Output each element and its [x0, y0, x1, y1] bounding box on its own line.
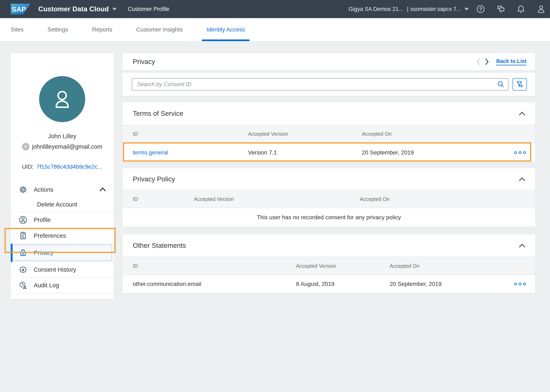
account-dropdown-caret-icon[interactable] — [464, 8, 469, 10]
accepted-version-value: 8 August, 2019 — [296, 281, 335, 287]
search-card — [122, 73, 535, 96]
email-row: V johnlilleyemail@gmail.com — [11, 143, 114, 150]
column-accepted-on: Accepted On — [360, 196, 390, 202]
consent-badge-icon — [19, 265, 28, 274]
privacy-policy-section: Privacy Policy ID Accepted Version Accep… — [122, 168, 535, 227]
sidebar-item-label: Actions — [34, 186, 53, 193]
uid-row: UID:7f15c786c43d4b9c9e2c... — [11, 163, 114, 170]
add-filter-button[interactable] — [513, 78, 527, 91]
accepted-on-value: 20 September, 2019 — [390, 281, 442, 287]
product-title[interactable]: Customer Data Cloud — [38, 5, 109, 13]
collapse-chevron-up-icon[interactable] — [517, 241, 527, 250]
user-name: John Lilley — [11, 133, 114, 140]
tab-customer-insights[interactable]: Customer Insights — [136, 18, 183, 41]
collapse-chevron-up-icon[interactable] — [517, 109, 527, 118]
row-overflow-menu-icon[interactable] — [514, 151, 526, 154]
svg-text:?: ? — [479, 6, 482, 12]
account-separator: | — [407, 6, 408, 12]
other-statements-section: Other Statements ID Accepted Version Acc… — [122, 234, 535, 293]
account-name[interactable]: Gigya SA Demos 21... — [349, 6, 403, 12]
user-icon[interactable] — [536, 4, 546, 14]
tab-settings[interactable]: Settings — [47, 18, 68, 41]
search-input[interactable] — [132, 78, 508, 91]
chat-icon[interactable] — [496, 4, 506, 14]
sidebar-item-consent-history[interactable]: Consent History — [11, 262, 114, 277]
tab-sites[interactable]: Sites — [11, 18, 23, 41]
shell-header: SAP Customer Data Cloud Customer Profile… — [0, 0, 550, 18]
user-sidebar: John Lilley V johnlilleyemail@gmail.com … — [11, 53, 114, 299]
collapse-chevron-up-icon[interactable] — [517, 175, 527, 184]
tab-identity-access[interactable]: Identity Access — [207, 18, 245, 41]
sidebar-item-profile[interactable]: Profile — [11, 212, 114, 228]
sidebar-item-label: Profile — [34, 217, 51, 223]
table-header: ID Accepted Version Accepted On — [122, 257, 535, 275]
chevron-right-icon[interactable] — [483, 58, 491, 66]
help-icon[interactable]: ? — [476, 4, 485, 14]
sidebar-item-preferences[interactable]: Preferences — [11, 228, 114, 244]
consent-id-value: other.communication.email — [133, 281, 201, 287]
back-to-list-link[interactable]: Back to List — [496, 58, 527, 65]
table-row: terms.general Version 7.1 20 September, … — [122, 143, 535, 162]
uid-link[interactable]: 7f15c786c43d4b9c9e2c... — [36, 163, 102, 170]
sidebar-item-audit-log[interactable]: Audit Log — [11, 277, 114, 294]
tab-reports[interactable]: Reports — [92, 18, 112, 41]
privacy-header-card: Privacy Back to List — [122, 53, 535, 70]
page-title: Privacy — [133, 58, 155, 66]
avatar — [39, 76, 85, 122]
search-icon[interactable] — [497, 80, 505, 88]
chevron-up-icon[interactable] — [99, 186, 106, 193]
accepted-version-value: Version 7.1 — [248, 149, 277, 156]
column-accepted-version: Accepted Version — [194, 196, 234, 202]
column-accepted-version: Accepted Version — [248, 131, 288, 137]
preferences-clipboard-icon — [19, 231, 28, 240]
column-id: ID — [133, 196, 138, 202]
sidebar-item-privacy[interactable]: Privacy — [11, 244, 114, 262]
sidebar-item-label: Delete Account — [37, 201, 77, 208]
sap-logo: SAP — [11, 4, 30, 14]
product-dropdown-caret-icon[interactable] — [112, 8, 117, 10]
bell-icon[interactable] — [516, 4, 526, 14]
column-accepted-version: Accepted Version — [296, 263, 336, 269]
section-title: Terms of Service — [133, 110, 183, 118]
sidebar-item-actions[interactable]: Actions — [11, 182, 114, 197]
table-header: ID Accepted Version Accepted On — [122, 125, 535, 143]
sidebar-item-label: Preferences — [34, 232, 66, 239]
lock-icon — [19, 248, 28, 257]
shell-page-title: Customer Profile — [128, 6, 169, 12]
svg-text:SAP: SAP — [12, 5, 26, 13]
consent-id-link[interactable]: terms.general — [133, 149, 168, 156]
table-row: other.communication.email 8 August, 2019… — [122, 275, 535, 293]
table-header: ID Accepted Version Accepted On — [122, 190, 535, 208]
sidebar-menu: Actions Delete Account Profile — [11, 182, 114, 294]
column-id: ID — [133, 131, 138, 137]
chevron-left-icon[interactable] — [474, 58, 483, 66]
sidebar-item-label: Consent History — [34, 266, 76, 273]
sidebar-item-label: Audit Log — [34, 282, 59, 289]
sidebar-item-label: Privacy — [34, 250, 53, 256]
sidebar-item-delete-account[interactable]: Delete Account — [11, 197, 114, 212]
user-email: johnlilleyemail@gmail.com — [32, 143, 102, 150]
site-name[interactable]: ssomaster.sapcx 7... — [410, 6, 461, 12]
column-accepted-on: Accepted On — [362, 131, 392, 137]
section-title: Other Statements — [133, 242, 186, 250]
tab-bar: Sites Settings Reports Customer Insights… — [0, 18, 550, 41]
empty-state-text: This user has no recorded consent for an… — [122, 208, 535, 227]
gear-icon — [19, 185, 28, 194]
verified-badge-icon: V — [22, 143, 29, 150]
profile-icon — [19, 215, 28, 224]
uid-label: UID: — [22, 163, 34, 170]
column-id: ID — [133, 263, 138, 269]
terms-of-service-section: Terms of Service ID Accepted Version Acc… — [122, 102, 535, 162]
accepted-on-value: 20 September, 2019 — [362, 149, 414, 156]
column-accepted-on: Accepted On — [390, 263, 420, 269]
audit-log-icon — [19, 281, 28, 290]
row-overflow-menu-icon[interactable] — [514, 283, 526, 286]
section-title: Privacy Policy — [133, 175, 175, 183]
